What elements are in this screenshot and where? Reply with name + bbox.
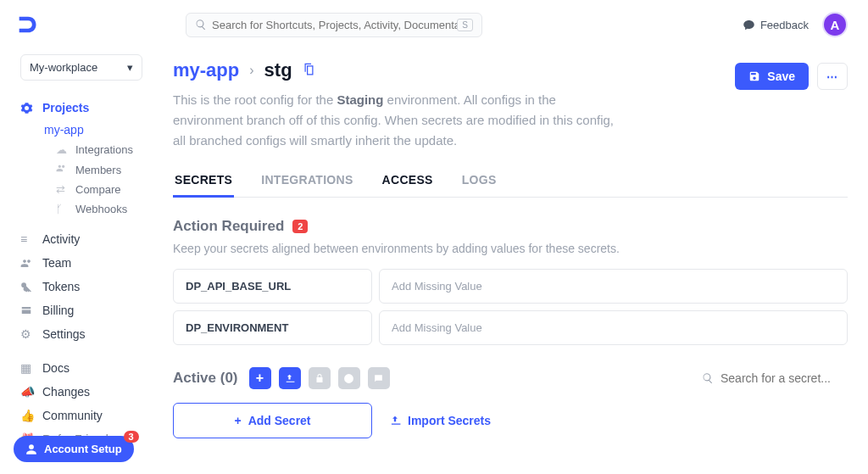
sidebar-item-community[interactable]: 👍Community	[20, 404, 142, 427]
search-icon	[195, 19, 207, 31]
secret-search-input[interactable]	[721, 371, 848, 385]
copy-icon[interactable]	[303, 63, 315, 79]
megaphone-icon: 📣	[20, 385, 34, 399]
secret-value-cell[interactable]: Add Missing Value	[379, 310, 848, 345]
tab-secrets[interactable]: SECRETS	[173, 168, 234, 198]
desc-pre: This is the root config for the	[173, 92, 337, 107]
sidebar-label: Team	[42, 256, 71, 270]
workspace-name: My-workplace	[30, 61, 97, 74]
secret-search[interactable]	[702, 371, 848, 385]
sidebar-subitem-compare[interactable]: ⇄Compare	[20, 180, 142, 199]
project-label: my-app	[44, 123, 84, 137]
sidebar-item-changes[interactable]: 📣Changes	[20, 380, 142, 404]
action-required-subtitle: Keep your secrets aligned between enviro…	[173, 242, 848, 255]
thumbs-up-icon: 👍	[20, 409, 34, 422]
save-controls: Save ⋯	[735, 63, 848, 90]
add-button-mini[interactable]: +	[249, 367, 271, 389]
sidebar-label: Docs	[42, 361, 70, 375]
sidebar-label: Changes	[42, 385, 90, 399]
action-required-heading: Action Required 2	[173, 218, 848, 235]
sidebar-item-billing[interactable]: Billing	[20, 298, 142, 322]
action-required-count: 2	[292, 220, 308, 233]
subitem-label: Members	[75, 164, 121, 176]
tab-integrations[interactable]: INTEGRATIONS	[259, 168, 354, 197]
user-avatar[interactable]: A	[822, 12, 848, 37]
sidebar-item-activity[interactable]: ≡Activity	[20, 227, 142, 251]
secret-row: DP_ENVIRONMENT Add Missing Value	[173, 310, 848, 345]
config-description: This is the root config for the Staging …	[173, 90, 614, 151]
users-icon	[56, 163, 69, 176]
sidebar-label: Tokens	[42, 280, 80, 293]
sidebar-subitem-members[interactable]: Members	[20, 159, 142, 180]
secret-name-cell[interactable]: DP_ENVIRONMENT	[173, 310, 372, 345]
plus-icon: +	[234, 414, 241, 427]
header-bar: S Feedback A	[0, 0, 868, 49]
feedback-label: Feedback	[760, 19, 809, 31]
lock-button-mini[interactable]	[309, 367, 331, 389]
active-title: Active (0)	[173, 370, 238, 387]
sidebar-item-tokens[interactable]: Tokens	[20, 275, 142, 298]
tabs: SECRETS INTEGRATIONS ACCESS LOGS	[173, 168, 848, 198]
sidebar-subitem-integrations[interactable]: ☁Integrations	[20, 140, 142, 159]
account-setup-button[interactable]: Account Setup 3	[14, 436, 134, 462]
sidebar-label: Activity	[42, 232, 80, 246]
breadcrumb-app[interactable]: my-app	[173, 59, 239, 81]
action-required-title: Action Required	[173, 218, 284, 235]
gear-icon	[20, 102, 34, 114]
workspace-selector[interactable]: My-workplace ▾	[20, 54, 142, 81]
save-label: Save	[767, 70, 795, 83]
breadcrumb-env: stg	[264, 59, 292, 81]
sidebar-label: Billing	[42, 304, 74, 317]
sidebar-item-settings[interactable]: ⚙Settings	[20, 322, 142, 346]
search-icon	[702, 372, 714, 384]
list-icon: ≡	[20, 232, 34, 246]
subitem-label: Integrations	[75, 143, 133, 156]
more-options-button[interactable]: ⋯	[817, 63, 848, 90]
key-icon	[20, 281, 34, 293]
sidebar-item-docs[interactable]: ▦Docs	[20, 356, 142, 380]
tab-access[interactable]: ACCESS	[381, 168, 435, 197]
settings-icon: ⚙	[20, 327, 34, 341]
team-icon	[20, 257, 34, 270]
search-bar[interactable]: S	[186, 13, 482, 37]
sidebar-item-team[interactable]: Team	[20, 251, 142, 275]
sidebar: My-workplace ▾ Projects my-app ☁Integrat…	[0, 49, 153, 472]
upload-button-mini[interactable]	[279, 367, 301, 389]
search-input[interactable]	[212, 19, 457, 31]
cloud-icon: ☁	[56, 143, 69, 156]
account-setup-label: Account Setup	[44, 443, 122, 455]
add-secret-button[interactable]: + Add Secret	[173, 403, 372, 438]
search-shortcut-badge: S	[457, 19, 473, 31]
upload-icon	[389, 415, 401, 427]
save-button[interactable]: Save	[735, 63, 809, 90]
secret-value-cell[interactable]: Add Missing Value	[379, 269, 848, 304]
sidebar-subitem-webhooks[interactable]: ᚶWebhooks	[20, 199, 142, 219]
compare-icon: ⇄	[56, 183, 69, 196]
main-content: my-app › stg Save ⋯ This is the root con…	[153, 49, 868, 472]
save-icon	[748, 70, 760, 82]
webhook-icon: ᚶ	[56, 203, 69, 215]
feedback-link[interactable]: Feedback	[743, 19, 809, 31]
active-secrets-header: Active (0) +	[173, 367, 848, 389]
secret-name-cell[interactable]: DP_API_BASE_URL	[173, 269, 372, 304]
history-button-mini[interactable]	[338, 367, 360, 389]
subitem-label: Compare	[75, 183, 120, 196]
app-logo-icon	[15, 12, 41, 37]
comment-icon	[743, 19, 755, 31]
sidebar-project-myapp[interactable]: my-app	[20, 120, 142, 140]
subitem-label: Webhooks	[75, 203, 127, 215]
sidebar-item-projects[interactable]: Projects	[20, 96, 142, 120]
sidebar-label: Community	[42, 409, 103, 422]
docs-icon: ▦	[20, 361, 34, 375]
account-setup-badge: 3	[124, 431, 139, 443]
user-plus-icon	[25, 443, 37, 455]
desc-bold: Staging	[337, 92, 383, 107]
sidebar-label: Settings	[42, 327, 86, 341]
import-secrets-label: Import Secrets	[408, 414, 491, 427]
sidebar-label: Projects	[42, 101, 89, 114]
billing-icon	[20, 304, 34, 316]
tab-logs[interactable]: LOGS	[460, 168, 498, 197]
import-secrets-button[interactable]: Import Secrets	[389, 414, 491, 427]
chevron-down-icon: ▾	[127, 61, 133, 74]
note-button-mini[interactable]	[368, 367, 390, 389]
